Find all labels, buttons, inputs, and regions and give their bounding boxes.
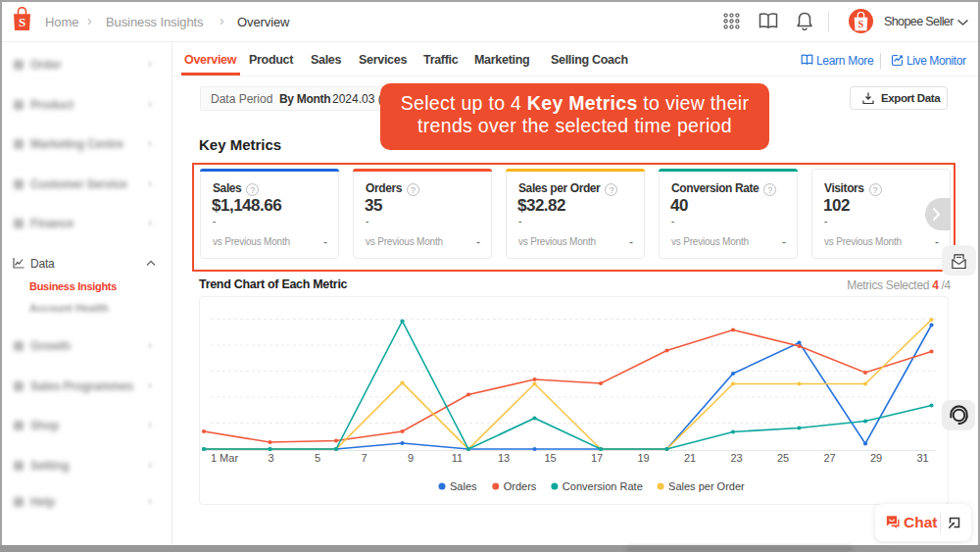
svg-text:Sales per Order: Sales per Order bbox=[668, 480, 745, 492]
svg-text:3: 3 bbox=[268, 452, 273, 464]
svg-text:S: S bbox=[858, 19, 864, 29]
svg-text:7: 7 bbox=[361, 452, 367, 464]
svg-text:S: S bbox=[19, 15, 25, 29]
svg-text:Conversion Rate: Conversion Rate bbox=[563, 480, 643, 492]
svg-text:27: 27 bbox=[823, 452, 835, 464]
svg-text:15: 15 bbox=[544, 452, 556, 464]
svg-text:1 Mar: 1 Mar bbox=[211, 452, 238, 464]
svg-text:Sales: Sales bbox=[450, 480, 477, 492]
svg-text:11: 11 bbox=[452, 452, 463, 464]
svg-text:9: 9 bbox=[408, 452, 414, 464]
svg-text:5: 5 bbox=[315, 452, 320, 464]
svg-text:Orders: Orders bbox=[504, 480, 537, 492]
svg-text:17: 17 bbox=[591, 452, 603, 464]
svg-text:19: 19 bbox=[637, 452, 649, 464]
svg-text:31: 31 bbox=[916, 452, 928, 464]
svg-text:21: 21 bbox=[684, 452, 696, 464]
svg-text:13: 13 bbox=[498, 452, 510, 464]
svg-text:25: 25 bbox=[777, 452, 789, 464]
svg-text:23: 23 bbox=[730, 452, 742, 464]
svg-text:29: 29 bbox=[870, 452, 882, 464]
